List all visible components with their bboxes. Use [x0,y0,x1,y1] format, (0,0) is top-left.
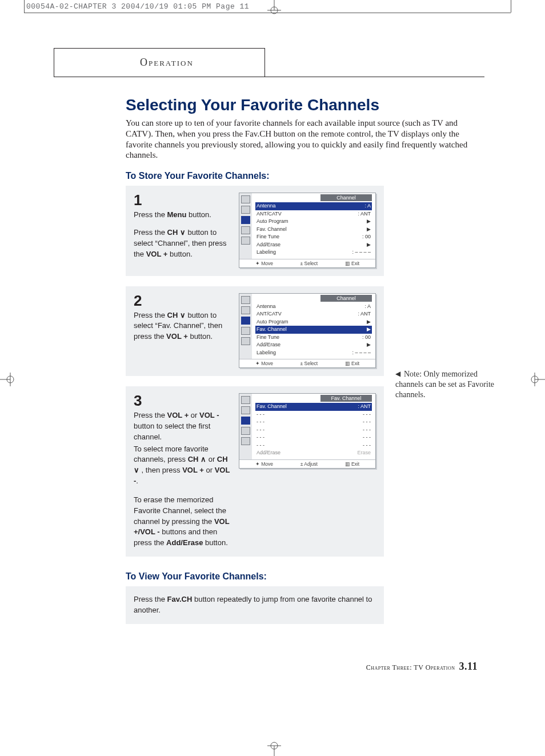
section-tab: Operation [54,48,265,77]
lbl: Auto Program [257,218,288,226]
page-title: Selecting Your Favorite Channels [126,96,491,114]
t: button to select the first channel. [134,422,210,441]
osd-footer-exit: ▥ Exit [345,461,360,467]
osd-row-slot: - - -- - - [255,418,372,426]
val: - - - [363,426,371,434]
lbl: - - - [257,434,265,442]
lbl: Labeling [257,349,276,357]
lbl: Fav. Channel [257,226,287,234]
chevron-down-icon: ∨ [180,311,186,319]
view-block: Press the Fav.CH button repeatedly to ju… [126,586,384,624]
lbl: Add/Erase [257,241,280,249]
lbl: Antenna [257,202,276,210]
val: - - - [363,434,371,442]
t: or [206,455,217,463]
section-tab-label: Operation [140,57,194,69]
val: : – – – – [352,249,371,257]
osd-title: Channel [320,295,372,302]
osd-footer-move: ✦ Move [255,361,273,366]
osd-picture-icon [241,296,250,304]
osd-row-finetune: Fine Tune: 00 [255,233,372,241]
osd-footer-select: ± Select [300,361,318,366]
t: button. [203,538,227,547]
registration-mark-left-icon [0,373,16,386]
val: - - - [363,418,371,426]
triangle-left-icon: ◀ [395,370,400,379]
val: : A [364,202,371,210]
osd-function-icon [241,327,250,335]
val: : ANT [358,403,371,411]
chevron-down-icon: ∨ [180,228,186,237]
content-area: Selecting Your Favorite Channels You can… [126,96,491,624]
vol-minus-label: VOL - [199,411,219,419]
val: Erase [357,449,371,457]
t: , then press [139,466,182,474]
t: button. [167,250,192,258]
osd-row-antcatv: ANT/CATV: ANT [255,210,372,218]
t: To erase the memorized Favorite Channel,… [134,495,226,526]
ch-down-label: CH [167,228,180,237]
osd-screenshot-1: Channel Antenna: A ANT/CATV: ANT Auto Pr… [239,193,376,268]
osd-row-favch: Fav. Channel▶ [255,226,372,234]
lbl: - - - [257,426,265,434]
t: or [204,466,215,474]
step-2-text: 2 Press the CH ∨ button to select “Fav. … [134,293,231,369]
osd-footer: ✦ Move ± Select ▥ Exit [239,259,375,267]
footer-page-number: 3.11 [459,661,478,672]
osd-screenshot-2: Channel Antenna: A ANT/CATV: ANT Auto Pr… [239,293,376,369]
val: : A [364,303,371,311]
lbl: Auto Program [257,318,288,326]
step-3-text: 3 Press the VOL + or VOL - button to sel… [134,393,231,549]
osd-footer: ✦ Move ± Adjust ▥ Exit [239,459,375,468]
chevron-up-icon: ∧ [201,455,206,463]
osd-footer: ✦ Move ± Select ▥ Exit [239,359,375,367]
osd-pip-icon [241,337,250,345]
osd-channel-icon [241,216,250,224]
step-3: 3 Press the VOL + or VOL - button to sel… [126,386,384,557]
step-1-text: 1 Press the Menu button. Press the CH ∨ … [134,193,231,268]
osd-footer-exit: ▥ Exit [345,361,360,366]
lbl: Fav. Channel [257,403,287,411]
favch-button-label: Fav.CH [167,595,193,603]
step-2-number: 2 [134,293,231,308]
osd-sound-icon [241,306,250,314]
val: ▶ [367,218,371,226]
val: : 00 [362,233,371,241]
osd-channel-icon [241,317,250,325]
t: . [136,477,138,485]
lbl: - - - [257,442,265,450]
side-note-text: Note: Only memorized channels can be set… [395,370,494,399]
val: - - - [363,411,371,419]
lbl: - - - [257,418,265,426]
chevron-down-icon: ∨ [134,466,139,474]
add-erase-label: Add/Erase [166,538,203,547]
lbl: Fine Tune [257,334,279,342]
vol-plus-label: VOL + [167,411,189,419]
view-heading: To View Your Favorite Channels: [126,571,491,582]
osd-function-icon [241,427,250,435]
osd-footer-move: ✦ Move [255,261,273,266]
val: ▶ [367,241,371,249]
lbl: Fine Tune [257,233,279,241]
lbl: ANT/CATV [257,210,282,218]
osd-row-labeling: Labeling: – – – – [255,249,372,257]
ch-up-label: CH [188,455,201,463]
side-note: ◀Note: Only memorized channels can be se… [395,369,498,401]
val: ▶ [367,226,371,234]
osd-row-favch: Fav. Channel▶ [255,326,372,334]
osd-footer-select: ± Select [300,261,318,266]
osd-screenshot-3: Fav. Channel Fav. Channel: ANT - - -- - … [239,393,376,549]
osd-row-adderase: Add/Erase▶ [255,341,372,349]
osd-row-finetune: Fine Tune: 00 [255,334,372,342]
osd-function-icon [241,226,250,234]
step-3-number: 3 [134,393,231,408]
osd-sound-icon [241,406,250,414]
lbl: ANT/CATV [257,310,282,318]
osd-sidebar-icons [239,193,252,259]
osd-footer-adjust: ± Adjust [300,461,318,467]
t: Press the [134,411,167,419]
osd-title: Fav. Channel [320,395,372,402]
osd-row-slot: - - -- - - [255,434,372,442]
menu-button-label: Menu [167,210,187,219]
osd-row-slot: - - -- - - [255,426,372,434]
